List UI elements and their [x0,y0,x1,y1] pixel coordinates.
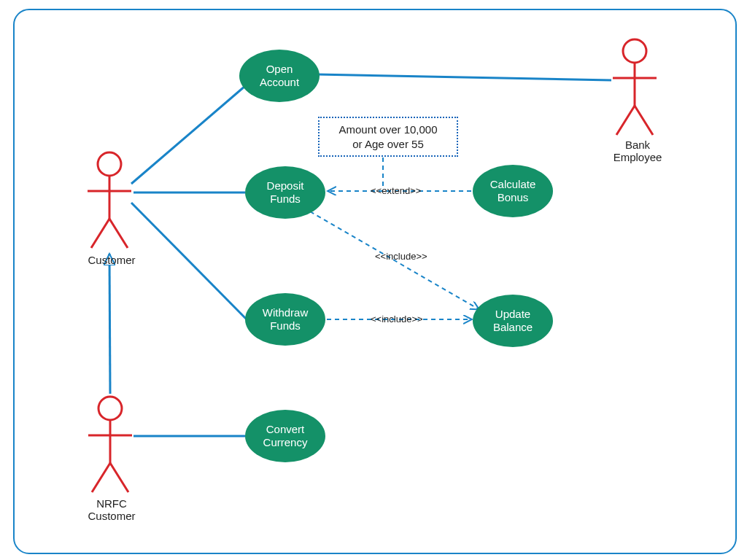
usecase-label: Convert Currency [263,423,308,449]
diagram-boundary [13,9,737,554]
stereotype-include-2: <<include>> [371,314,423,324]
usecase-convert-currency: Convert Currency [245,410,325,462]
usecase-label: Open Account [260,63,299,89]
customer-label: Customer [86,254,137,266]
usecase-update-balance: Update Balance [473,295,553,347]
usecase-label: Withdraw Funds [263,306,309,332]
extend-condition-note: Amount over 10,000 or Age over 55 [318,117,458,157]
usecase-label: Update Balance [493,308,533,334]
stereotype-extend: <<extend>> [371,185,421,196]
usecase-deposit-funds: Deposit Funds [245,166,325,219]
nrfc-label: NRFC Customer [86,497,137,522]
usecase-calculate-bonus: Calculate Bonus [473,165,553,217]
bank-label: Bank Employee [608,139,667,163]
note-text: Amount over 10,000 or Age over 55 [338,123,437,150]
usecase-label: Calculate Bonus [490,178,536,204]
usecase-open-account: Open Account [239,50,320,102]
stereotype-include-1: <<include>> [375,251,427,262]
usecase-withdraw-funds: Withdraw Funds [245,293,325,346]
usecase-label: Deposit Funds [267,179,304,206]
